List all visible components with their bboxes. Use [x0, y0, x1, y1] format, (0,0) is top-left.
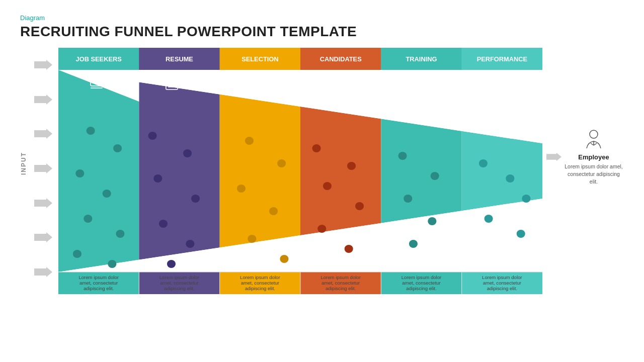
svg-point-56 — [87, 127, 95, 135]
svg-point-80 — [355, 202, 364, 210]
svg-point-81 — [317, 225, 326, 233]
svg-point-66 — [153, 174, 162, 183]
arrow-5 — [34, 198, 52, 208]
svg-point-87 — [409, 240, 418, 248]
svg-point-75 — [248, 235, 256, 243]
svg-marker-1 — [34, 95, 52, 105]
svg-text:PERFORMANCE: PERFORMANCE — [477, 56, 527, 63]
arrow-3 — [34, 129, 52, 139]
svg-point-62 — [73, 250, 82, 258]
svg-marker-3 — [34, 163, 52, 173]
svg-text:amet, consectetur: amet, consectetur — [160, 281, 198, 286]
main-title: RECRUITING FUNNEL POWERPOINT TEMPLATE — [20, 24, 624, 40]
employee-icon — [583, 128, 605, 150]
svg-text:amet, consectetur: amet, consectetur — [321, 281, 360, 286]
svg-text:Lorem ipsum dolor: Lorem ipsum dolor — [482, 275, 522, 280]
svg-point-74 — [269, 207, 278, 215]
arrows-column — [30, 48, 56, 289]
svg-point-86 — [428, 217, 436, 225]
svg-text:adipiscing elit.: adipiscing elit. — [487, 286, 517, 291]
svg-point-77 — [312, 144, 321, 152]
svg-line-120 — [591, 143, 594, 145]
svg-point-72 — [277, 159, 286, 167]
svg-text:Lorem ipsum dolor: Lorem ipsum dolor — [159, 275, 200, 280]
svg-marker-2 — [34, 129, 52, 139]
svg-point-58 — [75, 169, 84, 177]
svg-text:Lorem ipsum dolor: Lorem ipsum dolor — [240, 275, 280, 280]
svg-text:Lorem ipsum dolor: Lorem ipsum dolor — [320, 275, 361, 280]
diagram-label: Diagram — [20, 14, 624, 22]
svg-text:CANDIDATES: CANDIDATES — [320, 56, 362, 63]
svg-point-78 — [347, 162, 356, 170]
svg-point-90 — [522, 195, 530, 203]
svg-point-59 — [103, 190, 111, 198]
svg-point-57 — [113, 144, 122, 152]
svg-point-89 — [506, 174, 514, 183]
svg-marker-4 — [34, 198, 52, 208]
svg-point-70 — [167, 260, 176, 268]
svg-point-92 — [517, 230, 525, 238]
svg-text:Lorem ipsum dolor: Lorem ipsum dolor — [78, 275, 119, 280]
svg-point-82 — [345, 245, 353, 253]
employee-description: Lorem ipsum dolor amel, consectetur adip… — [564, 163, 624, 186]
svg-point-71 — [245, 137, 254, 145]
svg-point-67 — [191, 195, 200, 203]
svg-point-85 — [404, 195, 412, 203]
svg-text:adipiscing elit.: adipiscing elit. — [245, 286, 275, 291]
svg-point-76 — [280, 255, 288, 263]
svg-text:TRAINING: TRAINING — [406, 56, 437, 63]
svg-point-84 — [431, 172, 439, 180]
employee-section: Employee Lorem ipsum dolor amel, consect… — [564, 128, 624, 186]
svg-point-69 — [186, 240, 194, 248]
svg-text:SELECTION: SELECTION — [242, 56, 278, 63]
page: Diagram RECRUITING FUNNEL POWERPOINT TEM… — [0, 0, 644, 362]
svg-point-63 — [108, 260, 116, 268]
svg-text:adipiscing elit.: adipiscing elit. — [326, 286, 356, 291]
arrow-6 — [34, 232, 52, 242]
employee-title: Employee — [578, 153, 609, 161]
svg-text:RESUME: RESUME — [166, 56, 193, 63]
svg-text:amet, consectetur: amet, consectetur — [483, 281, 521, 286]
svg-point-118 — [590, 130, 598, 138]
svg-marker-6 — [34, 267, 52, 277]
svg-marker-5 — [34, 232, 52, 242]
svg-point-61 — [116, 230, 124, 238]
svg-text:amet, consectetur: amet, consectetur — [402, 281, 440, 286]
svg-text:adipiscing elit.: adipiscing elit. — [406, 286, 436, 291]
svg-marker-0 — [34, 60, 52, 70]
svg-point-73 — [237, 185, 246, 193]
svg-line-121 — [594, 143, 597, 145]
svg-point-91 — [485, 215, 493, 223]
funnel-svg: JOB SEEKERS RESUME SELECTION CANDIDATES … — [58, 48, 542, 294]
svg-point-83 — [398, 152, 407, 160]
svg-text:adipiscing elit.: adipiscing elit. — [84, 286, 114, 291]
arrow-2 — [34, 95, 52, 105]
svg-point-68 — [159, 220, 168, 228]
svg-text:Lorem ipsum dolor: Lorem ipsum dolor — [401, 275, 442, 280]
svg-text:adipiscing elit.: adipiscing elit. — [164, 286, 194, 291]
arrow-7 — [34, 267, 52, 277]
svg-point-79 — [323, 182, 332, 190]
arrow-4 — [34, 163, 52, 173]
funnel-area: INPUT — [20, 48, 624, 294]
svg-point-60 — [84, 215, 92, 223]
employee-arrow-icon — [546, 152, 561, 162]
arrow-1 — [34, 60, 52, 70]
svg-point-88 — [479, 159, 488, 167]
svg-point-64 — [148, 132, 157, 140]
input-label: INPUT — [20, 152, 27, 175]
svg-point-65 — [183, 149, 192, 157]
svg-text:amet, consectetur: amet, consectetur — [241, 281, 279, 286]
svg-text:amet, consectetur: amet, consectetur — [79, 281, 118, 286]
svg-text:JOB SEEKERS: JOB SEEKERS — [76, 56, 122, 63]
svg-marker-117 — [546, 153, 561, 161]
